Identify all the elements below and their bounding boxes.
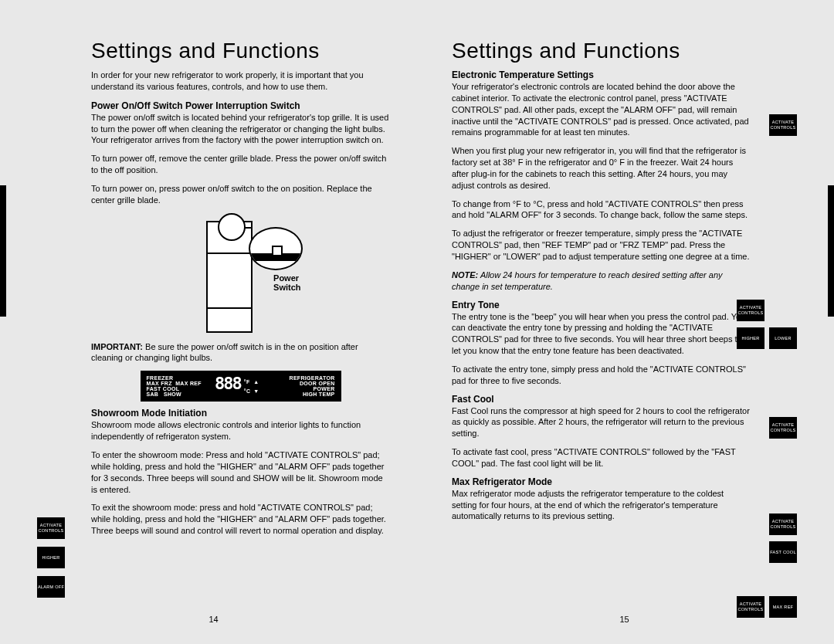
page-title: Settings and Functions	[452, 39, 751, 63]
panel-unit-arrows: °F °C	[244, 375, 253, 397]
button-row: HIGHER LOWER	[737, 327, 797, 349]
button-row: ACTIVATE CONTROLS MAX REF	[737, 596, 797, 618]
important-note: IMPORTANT: Be sure the power on/off swit…	[91, 341, 390, 364]
activate-controls-button: ACTIVATE CONTROLS	[737, 596, 764, 618]
heading-electronic-temp: Electronic Temperature Settings	[452, 69, 751, 80]
activate-controls-button: ACTIVATE CONTROLS	[37, 517, 65, 539]
activate-controls-button: ACTIVATE CONTROLS	[737, 300, 764, 321]
body-text: To exit the showroom mode: press and hol…	[91, 502, 390, 537]
heading-max-refrigerator: Max Refrigerator Mode	[452, 476, 751, 487]
body-text: To turn power off, remove the center gri…	[91, 153, 390, 176]
heading-showroom: Showroom Mode Initiation	[91, 408, 390, 419]
panel-row: SAB SHOW	[147, 391, 212, 397]
diagram-magnifier-source	[218, 213, 246, 241]
button-group-temp-1: ACTIVATE CONTROLS	[769, 114, 797, 136]
higher-button: HIGHER	[737, 327, 764, 349]
note-body: Allow 24 hours for temperature to reach …	[452, 270, 723, 291]
button-group-showroom: ACTIVATE CONTROLS HIGHER ALARM OFF	[37, 517, 65, 598]
heading-fast-cool: Fast Cool	[452, 394, 751, 405]
body-text: Your refrigerator's electronic controls …	[452, 81, 751, 138]
panel-label-freezer: FREEZER	[147, 375, 212, 381]
max-ref-button: MAX REF	[769, 596, 797, 618]
diagram-power-switch: Power Switch	[179, 213, 303, 337]
body-text: To activate fast cool, press "ACTIVATE C…	[452, 446, 751, 469]
control-panel-display: FREEZER MAX FRZ MAX REF FAST COOL SAB SH…	[141, 371, 341, 402]
body-text: To change from °F to °C, press and hold …	[452, 198, 751, 222]
activate-controls-button: ACTIVATE CONTROLS	[769, 514, 797, 535]
page-left: Settings and Functions In order for your…	[6, 23, 421, 629]
body-text: To adjust the refrigerator or freezer te…	[452, 228, 751, 263]
lower-button: LOWER	[769, 327, 797, 349]
heading-power-switch: Power On/Off Switch Power Interruption S…	[91, 100, 390, 111]
body-text: The power on/off switch is located behin…	[91, 112, 390, 147]
page-number: 14	[208, 615, 218, 624]
panel-left-col: FREEZER MAX FRZ MAX REF FAST COOL SAB SH…	[147, 375, 212, 397]
note-text: NOTE: Allow 24 hours for temperature to …	[452, 269, 751, 293]
panel-label-show: SHOW	[164, 391, 181, 397]
panel-label-maxref: MAX REF	[175, 381, 202, 386]
page-right: Settings and Functions Electronic Temper…	[421, 23, 828, 629]
button-group-fast-cool: ACTIVATE CONTROLS FAST COOL	[769, 514, 797, 563]
panel-arrows: ▲ ▼	[253, 375, 262, 397]
fast-cool-button: FAST COOL	[769, 541, 797, 563]
activate-controls-button: ACTIVATE CONTROLS	[769, 417, 797, 439]
body-text: To enter the showroom mode: Press and ho…	[91, 449, 390, 495]
higher-button: HIGHER	[37, 547, 65, 568]
body-text: Fast Cool runs the compressor at high sp…	[452, 405, 751, 440]
heading-entry-tone: Entry Tone	[452, 300, 751, 310]
page-number: 15	[619, 615, 629, 624]
body-text: The entry tone is the "beep" you will he…	[452, 311, 751, 357]
panel-right-col: REFRIGERATOR DOOR OPEN POWER HIGH TEMP	[263, 375, 335, 397]
panel-label-power: POWER	[314, 386, 335, 391]
alarm-off-button: ALARM OFF	[37, 576, 65, 598]
button-group-temp-2: ACTIVATE CONTROLS HIGHER LOWER	[737, 300, 797, 349]
body-text: To activate the entry tone, simply press…	[452, 364, 751, 387]
arrow-down-icon: ▼	[253, 388, 259, 394]
page-title: Settings and Functions	[91, 39, 390, 63]
button-group-max-ref: ACTIVATE CONTROLS MAX REF	[737, 596, 797, 618]
panel-unit-f: °F	[244, 379, 250, 385]
page-spread: Settings and Functions In order for your…	[0, 0, 834, 644]
panel-unit-c: °C	[244, 388, 250, 394]
body-text: To turn power on, press power on/off swi…	[91, 183, 390, 206]
diagram-label-line1: Power	[273, 273, 299, 283]
activate-controls-button: ACTIVATE CONTROLS	[769, 114, 797, 136]
panel-label-fastcool: FAST COOL	[147, 386, 212, 391]
arrow-up-icon: ▲	[253, 379, 259, 385]
note-label: NOTE:	[452, 270, 478, 280]
important-label: IMPORTANT:	[91, 342, 143, 351]
diagram-magnifier-inset	[249, 227, 303, 270]
panel-label-hightemp: HIGH TEMP	[303, 391, 335, 397]
panel-label-sab: SAB	[147, 391, 159, 397]
diagram-label: Power Switch	[273, 273, 300, 292]
body-text: Max refrigerator mode adjusts the refrig…	[452, 488, 751, 523]
panel-label-refrigerator: REFRIGERATOR	[290, 375, 335, 381]
body-text: Showroom mode allows electronic controls…	[91, 419, 390, 442]
intro-text: In order for your new refrigerator to wo…	[91, 69, 390, 93]
panel-label-maxfrz: MAX FRZ	[147, 381, 172, 386]
panel-label-dooropen: DOOR OPEN	[300, 381, 334, 386]
diagram-leader-line	[245, 227, 251, 229]
button-group-entry-tone: ACTIVATE CONTROLS	[769, 417, 797, 439]
seven-segment-display: 888	[212, 375, 244, 397]
body-text: When you first plug your new refrigerato…	[452, 145, 751, 191]
panel-row: MAX FRZ MAX REF	[147, 381, 212, 386]
diagram-label-line2: Switch	[273, 283, 300, 292]
